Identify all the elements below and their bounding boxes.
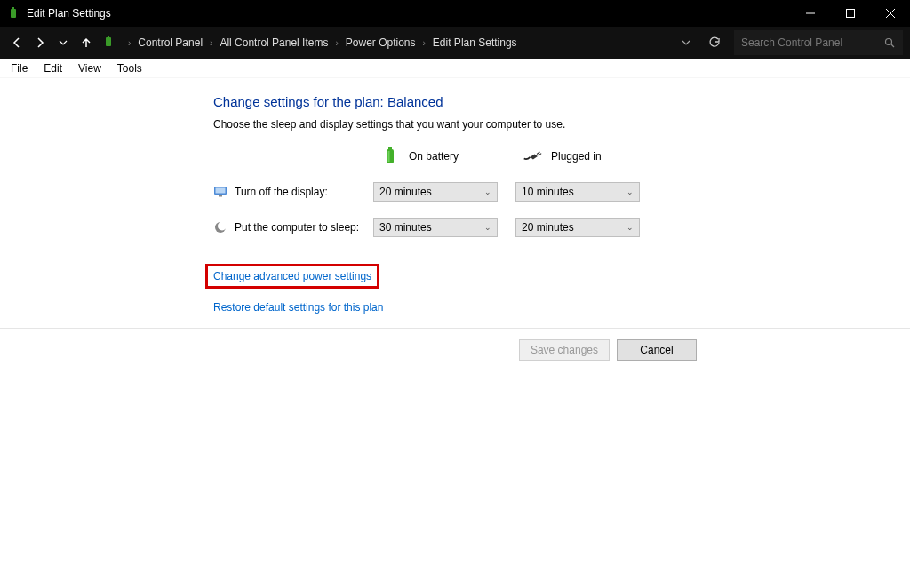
- battery-icon: [103, 36, 117, 50]
- chevron-right-icon: ›: [419, 38, 429, 48]
- page-title: Change settings for the plan: Balanced: [213, 94, 910, 109]
- settings-grid: On battery Plugged in Turn off the displ…: [213, 147, 910, 237]
- back-button[interactable]: [7, 33, 27, 52]
- row-label-display: Turn off the display:: [213, 185, 364, 199]
- menu-bar: File Edit View Tools: [0, 59, 910, 78]
- search-box[interactable]: [734, 30, 903, 55]
- refresh-button[interactable]: [706, 34, 723, 52]
- chevron-down-icon: ⌄: [484, 223, 491, 232]
- svg-rect-17: [219, 195, 222, 197]
- minimize-button[interactable]: [790, 0, 830, 27]
- svg-rect-10: [387, 149, 394, 163]
- content-area: Change settings for the plan: Balanced C…: [0, 78, 910, 361]
- svg-line-14: [539, 154, 541, 156]
- svg-line-9: [891, 44, 894, 47]
- breadcrumb-item[interactable]: All Control Panel Items: [220, 36, 328, 49]
- dropdown-value: 20 minutes: [522, 221, 574, 234]
- display-icon: [213, 185, 228, 199]
- window-titlebar: Edit Plan Settings: [0, 0, 910, 27]
- menu-file[interactable]: File: [4, 60, 35, 76]
- row-label-sleep: Put the computer to sleep:: [213, 220, 364, 234]
- breadcrumb[interactable]: › Control Panel › All Control Panel Item…: [100, 36, 674, 50]
- menu-view[interactable]: View: [71, 60, 108, 76]
- display-battery-dropdown[interactable]: 20 minutes ⌄: [373, 182, 498, 202]
- svg-line-13: [537, 152, 539, 155]
- column-header-battery: On battery: [373, 147, 507, 166]
- moon-icon: [213, 220, 228, 234]
- dropdown-value: 30 minutes: [379, 221, 432, 234]
- menu-tools[interactable]: Tools: [110, 60, 149, 76]
- plug-icon: [523, 147, 542, 166]
- column-header-plugged: Plugged in: [515, 147, 649, 166]
- svg-rect-11: [388, 147, 392, 149]
- dropdown-value: 20 minutes: [379, 186, 432, 198]
- chevron-down-icon: ⌄: [627, 223, 634, 232]
- window-controls: [790, 0, 910, 27]
- navigation-bar: › Control Panel › All Control Panel Item…: [0, 27, 910, 59]
- display-plugged-dropdown[interactable]: 10 minutes ⌄: [515, 182, 640, 202]
- address-dropdown-button[interactable]: [677, 34, 695, 52]
- menu-edit[interactable]: Edit: [36, 60, 69, 76]
- chevron-down-icon: ⌄: [484, 187, 491, 196]
- links-section: Change advanced power settings Restore d…: [213, 264, 910, 314]
- chevron-right-icon: ›: [206, 38, 216, 48]
- search-input[interactable]: [741, 36, 883, 49]
- svg-rect-1: [12, 7, 14, 9]
- chevron-right-icon: ›: [331, 38, 341, 48]
- recent-dropdown-button[interactable]: [53, 33, 73, 52]
- sleep-plugged-dropdown[interactable]: 20 minutes ⌄: [515, 218, 640, 237]
- change-advanced-link[interactable]: Change advanced power settings: [213, 270, 371, 282]
- window-title: Edit Plan Settings: [27, 7, 790, 20]
- chevron-down-icon: ⌄: [627, 187, 634, 196]
- svg-rect-0: [11, 9, 16, 18]
- svg-rect-16: [216, 188, 226, 194]
- chevron-right-icon: ›: [124, 38, 134, 48]
- close-button[interactable]: [870, 0, 910, 27]
- highlight-annotation: Change advanced power settings: [205, 264, 379, 289]
- button-row: Save changes Cancel: [0, 329, 910, 361]
- forward-button[interactable]: [30, 33, 50, 52]
- search-icon: [883, 36, 896, 49]
- sleep-battery-dropdown[interactable]: 30 minutes ⌄: [373, 218, 498, 237]
- maximize-button[interactable]: [830, 0, 870, 27]
- row-label-text: Turn off the display:: [235, 186, 328, 198]
- column-label: On battery: [409, 150, 459, 163]
- svg-rect-7: [108, 36, 109, 37]
- svg-point-8: [886, 39, 892, 45]
- breadcrumb-item[interactable]: Power Options: [346, 36, 416, 49]
- dropdown-value: 10 minutes: [522, 186, 574, 198]
- cancel-button[interactable]: Cancel: [617, 339, 697, 361]
- battery-icon: [7, 7, 20, 20]
- row-label-text: Put the computer to sleep:: [235, 221, 359, 234]
- svg-rect-6: [106, 37, 111, 46]
- breadcrumb-item[interactable]: Control Panel: [138, 36, 203, 49]
- svg-rect-3: [846, 10, 854, 18]
- battery-icon: [380, 147, 400, 166]
- svg-point-19: [218, 222, 227, 231]
- page-subtitle: Choose the sleep and display settings th…: [213, 118, 910, 131]
- svg-rect-12: [388, 151, 390, 162]
- column-label: Plugged in: [551, 150, 602, 163]
- up-button[interactable]: [76, 33, 96, 52]
- restore-defaults-link[interactable]: Restore default settings for this plan: [213, 301, 910, 314]
- breadcrumb-item[interactable]: Edit Plan Settings: [433, 36, 517, 49]
- save-button[interactable]: Save changes: [519, 339, 610, 361]
